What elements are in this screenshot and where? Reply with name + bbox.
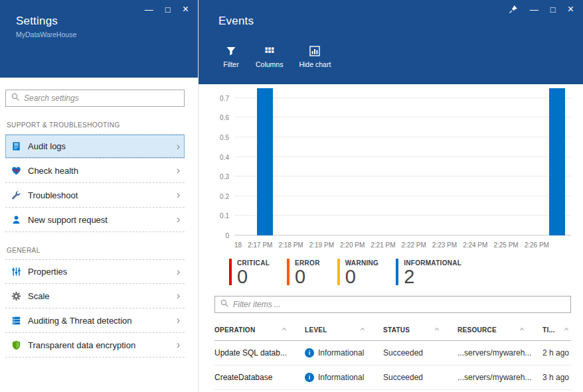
azure-portal: — □ × Settings MyDataWareHouse SUPPORT &… bbox=[0, 0, 583, 392]
chart-gridline bbox=[234, 137, 571, 137]
column-header-resource[interactable]: RESOURCE^ bbox=[458, 326, 542, 334]
events-window-controls: — □ × bbox=[509, 4, 574, 15]
chart-gridline bbox=[234, 235, 571, 235]
chart-gridline bbox=[234, 176, 571, 176]
y-axis-tick-label: 0.5 bbox=[220, 134, 229, 141]
x-axis-tick-label: 2:17 PM bbox=[248, 241, 272, 249]
sidebar-item-label: Check health bbox=[28, 166, 78, 176]
events-table-body: Update SQL datab...iInformationalSucceed… bbox=[214, 341, 571, 390]
status-cell: Succeeded bbox=[383, 348, 458, 358]
chart-bar[interactable] bbox=[257, 88, 273, 235]
pin-icon[interactable] bbox=[509, 5, 518, 14]
x-axis-tick-label: 2:24 PM bbox=[463, 241, 487, 249]
sidebar-item-label: Audit logs bbox=[28, 141, 66, 151]
properties-icon bbox=[11, 267, 21, 277]
sidebar-item-troubleshoot[interactable]: Troubleshoot› bbox=[5, 183, 185, 208]
settings-body: SUPPORT & TROUBLESHOOTINGAudit logs›Chec… bbox=[0, 78, 198, 392]
y-axis-tick-label: 0.7 bbox=[220, 94, 229, 101]
level-cell: iInformational bbox=[305, 348, 383, 358]
section-label-support-troubleshooting: SUPPORT & TROUBLESHOOTING bbox=[7, 121, 185, 129]
sidebar-item-auditing-threat-detection[interactable]: Auditing & Threat detection› bbox=[5, 308, 185, 333]
metric-informational[interactable]: INFORMATIONAL2 bbox=[396, 259, 461, 287]
troubleshoot-icon bbox=[11, 190, 21, 200]
chart-x-axis: 182:17 PM2:18 PM2:19 PM2:20 PM2:21 PM2:2… bbox=[234, 241, 549, 249]
settings-blade: — □ × Settings MyDataWareHouse SUPPORT &… bbox=[0, 0, 199, 392]
chevron-right-icon: › bbox=[177, 214, 180, 225]
chevron-right-icon: › bbox=[177, 267, 180, 277]
column-header-label: TI... bbox=[542, 326, 555, 334]
events-chart: 00.10.20.30.40.50.60.7 182:17 PM2:18 PM2… bbox=[214, 88, 571, 249]
minimize-icon[interactable]: — bbox=[145, 5, 153, 14]
chart-gridline bbox=[234, 157, 571, 157]
close-icon[interactable]: × bbox=[183, 4, 189, 15]
section-label-general: GENERAL bbox=[7, 247, 185, 254]
info-icon: i bbox=[305, 348, 314, 358]
filter-items-box[interactable] bbox=[214, 296, 571, 313]
maximize-icon[interactable]: □ bbox=[550, 5, 556, 14]
filter-icon bbox=[226, 46, 236, 56]
column-header-status[interactable]: STATUS^ bbox=[383, 326, 458, 334]
sidebar-item-properties[interactable]: Properties› bbox=[5, 259, 185, 284]
sort-caret-icon: ^ bbox=[520, 327, 525, 334]
sidebar-item-label: New support request bbox=[28, 215, 108, 225]
toolbar-columns-button[interactable]: Columns bbox=[248, 42, 291, 72]
x-axis-tick-label: 2:21 PM bbox=[371, 241, 395, 249]
chevron-right-icon: › bbox=[177, 165, 180, 176]
settings-search-box[interactable] bbox=[5, 90, 185, 107]
column-header-label: OPERATION bbox=[214, 326, 255, 334]
y-axis-tick-label: 0 bbox=[225, 232, 229, 239]
column-header-level[interactable]: LEVEL^ bbox=[305, 326, 383, 334]
level-cell: iInformational bbox=[305, 373, 383, 382]
hide-chart-icon bbox=[309, 46, 320, 56]
sidebar-item-transparent-data-encryption[interactable]: Transparent data encryption› bbox=[5, 333, 185, 358]
chart-gridline bbox=[234, 215, 571, 216]
metric-color-bar bbox=[229, 259, 232, 285]
events-blade: — □ × Events FilterColumnsHide chart 00.… bbox=[199, 0, 583, 392]
metric-value: 0 bbox=[345, 267, 378, 287]
column-header-ti[interactable]: TI...^ bbox=[542, 326, 571, 334]
audit-logs-icon bbox=[11, 141, 21, 152]
sidebar-item-label: Transparent data encryption bbox=[28, 340, 135, 350]
resource-cell: ...servers/mywareh... bbox=[458, 373, 542, 382]
chart-gridline bbox=[234, 117, 571, 117]
toolbar-filter-button[interactable]: Filter bbox=[214, 42, 248, 72]
metric-critical[interactable]: CRITICAL0 bbox=[229, 259, 270, 287]
y-axis-tick-label: 0.6 bbox=[220, 114, 229, 121]
events-table: OPERATION^LEVEL^STATUS^RESOURCE^TI...^ U… bbox=[214, 318, 571, 390]
y-axis-tick-label: 0.1 bbox=[220, 212, 229, 220]
check-health-icon bbox=[11, 165, 21, 176]
time-cell: 3 h ago bbox=[542, 373, 571, 382]
minimize-icon[interactable]: — bbox=[530, 5, 539, 14]
x-axis-tick-label: 2:18 PM bbox=[278, 241, 303, 249]
x-axis-tick-label: 2:26 PM bbox=[525, 241, 549, 249]
settings-subtitle: MyDataWareHouse bbox=[16, 31, 198, 38]
metric-error[interactable]: ERROR0 bbox=[287, 259, 320, 287]
filter-items-input[interactable] bbox=[233, 300, 566, 309]
column-header-operation[interactable]: OPERATION^ bbox=[214, 326, 305, 334]
toolbar-hide-chart-button[interactable]: Hide chart bbox=[291, 42, 339, 72]
sidebar-item-audit-logs[interactable]: Audit logs› bbox=[5, 134, 185, 159]
search-icon bbox=[11, 92, 20, 104]
metric-value: 0 bbox=[237, 267, 270, 287]
y-axis-tick-label: 0.3 bbox=[220, 173, 229, 180]
maximize-icon[interactable]: □ bbox=[165, 5, 171, 14]
table-row[interactable]: Update SQL datab...iInformationalSucceed… bbox=[214, 341, 571, 365]
chart-plot-area: 00.10.20.30.40.50.60.7 bbox=[234, 88, 571, 235]
metric-warning[interactable]: WARNING0 bbox=[337, 259, 378, 287]
close-icon[interactable]: × bbox=[568, 4, 574, 15]
chart-bar[interactable] bbox=[549, 88, 565, 235]
y-axis-tick-label: 0.4 bbox=[220, 153, 229, 161]
settings-title: Settings bbox=[16, 15, 198, 28]
resource-cell: ...servers/mywareh... bbox=[458, 348, 542, 358]
settings-window-controls: — □ × bbox=[145, 4, 189, 15]
toolbar-button-label: Columns bbox=[256, 60, 283, 68]
table-row[interactable]: CreateDatabaseiInformationalSucceeded...… bbox=[214, 365, 571, 390]
auditing-icon bbox=[11, 315, 21, 326]
sidebar-item-scale[interactable]: Scale› bbox=[5, 284, 185, 308]
sidebar-item-new-support-request[interactable]: New support request› bbox=[5, 208, 185, 232]
settings-search-input[interactable] bbox=[24, 94, 179, 103]
sidebar-item-label: Auditing & Threat detection bbox=[28, 316, 132, 326]
sidebar-item-check-health[interactable]: Check health› bbox=[5, 159, 185, 183]
info-icon: i bbox=[305, 373, 314, 382]
metric-color-bar bbox=[287, 259, 290, 285]
